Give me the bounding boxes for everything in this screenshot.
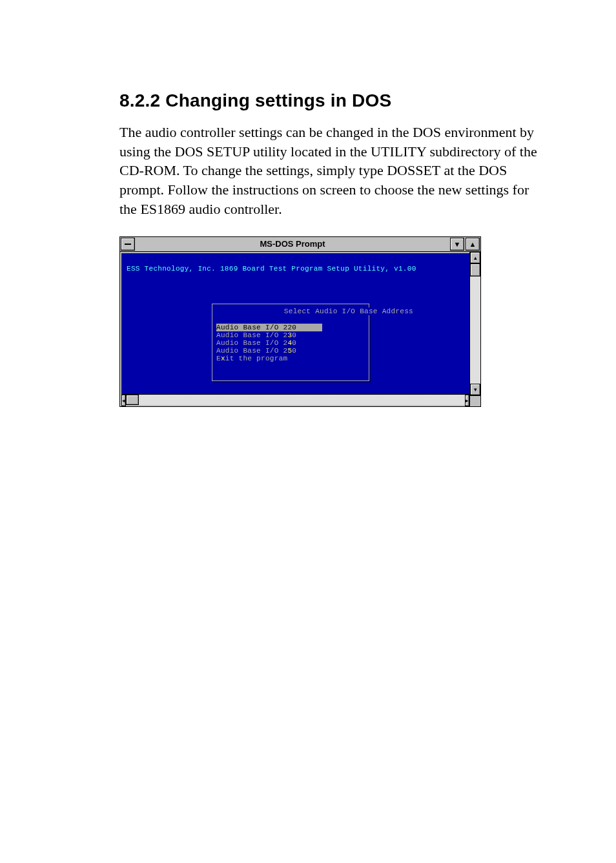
section-heading: 8.2.2 Changing settings in DOS — [119, 90, 548, 111]
body-paragraph: The audio controller settings can be cha… — [119, 123, 548, 218]
minimize-button[interactable]: ▼ — [450, 238, 464, 251]
horizontal-scrollbar[interactable]: ◂ ▸ — [121, 394, 469, 405]
menu-item[interactable]: Audio Base I/O 250 — [216, 347, 365, 355]
maximize-button[interactable]: ▲ — [466, 238, 480, 251]
scrollbar-corner — [469, 395, 480, 406]
menu-item[interactable]: Audio Base I/O 230 — [216, 331, 365, 339]
scroll-down-button[interactable]: ▾ — [470, 384, 480, 395]
vertical-scrollbar[interactable]: ▴ ▾ — [469, 252, 480, 395]
hscroll-track[interactable] — [126, 395, 465, 405]
menu-items: Audio Base I/O 220Audio Base I/O 230Audi… — [216, 324, 365, 362]
titlebar: MS-DOS Prompt ▼ ▲ — [120, 237, 480, 252]
menu-title: Select Audio I/O Base Address — [283, 307, 415, 315]
system-menu-button[interactable] — [121, 238, 135, 251]
scroll-left-button[interactable]: ◂ — [121, 395, 126, 406]
menu-item[interactable]: Audio Base I/O 240 — [216, 339, 365, 347]
menu-item[interactable]: Audio Base I/O 220 — [216, 324, 322, 331]
scroll-right-button[interactable]: ▸ — [465, 395, 469, 406]
vscroll-thumb[interactable] — [470, 264, 480, 276]
hscroll-thumb[interactable] — [126, 395, 139, 405]
msdos-window: MS-DOS Prompt ▼ ▲ ESS Technology, Inc. 1… — [119, 236, 481, 407]
menu-box: Select Audio I/O Base Address Audio Base… — [212, 304, 369, 381]
dos-screen: ESS Technology, Inc. 1869 Board Test Pro… — [121, 253, 469, 394]
scroll-up-button[interactable]: ▴ — [470, 252, 480, 264]
menu-item[interactable]: Exit the program — [216, 355, 365, 362]
dos-header-line: ESS Technology, Inc. 1869 Board Test Pro… — [127, 265, 416, 273]
window-title: MS-DOS Prompt — [136, 237, 449, 251]
vscroll-track[interactable] — [470, 264, 480, 384]
